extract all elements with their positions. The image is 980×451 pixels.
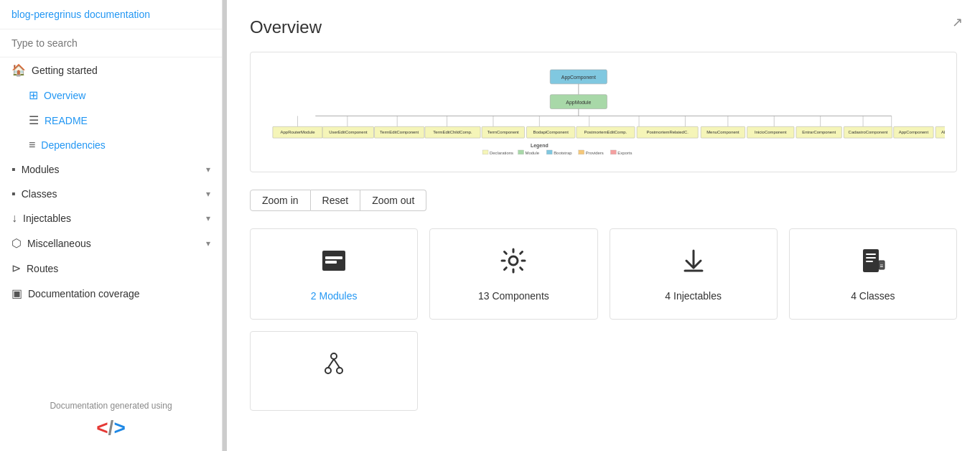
sidebar-item-getting-started[interactable]: 🏠 Getting started — [0, 57, 222, 83]
svg-text:AppComponent: AppComponent — [561, 75, 596, 80]
svg-rect-61 — [325, 256, 342, 259]
svg-text:BodapiComponent: BodapiComponent — [533, 130, 569, 134]
svg-text:Declarations: Declarations — [490, 151, 513, 155]
sidebar: blog-peregrinus documentation 🏠 Getting … — [0, 0, 223, 451]
svg-text:AppModule: AppModule — [566, 100, 591, 106]
svg-rect-67 — [866, 257, 876, 259]
diagram-svg: AppComponent AppModule — [262, 64, 945, 157]
classes-label: 4 Classes — [851, 290, 895, 302]
svg-point-71 — [325, 368, 331, 373]
components-label: 13 Components — [478, 290, 549, 302]
zoom-in-button[interactable]: Zoom in — [250, 190, 311, 211]
svg-text:PostmortemEditComp.: PostmortemEditComp. — [584, 130, 627, 134]
routes-icon — [319, 349, 348, 384]
modules-link[interactable]: 2 Modules — [311, 290, 358, 302]
svg-text:PostmortemRelatedC.: PostmortemRelatedC. — [646, 130, 689, 134]
svg-text:AlternarComponent: AlternarComponent — [941, 130, 945, 134]
injectables-label: 4 Injectables — [665, 290, 722, 302]
zoom-out-button[interactable]: Zoom out — [360, 190, 426, 211]
chevron-down-icon: ▾ — [206, 164, 210, 175]
routes-card[interactable] — [250, 331, 418, 411]
svg-point-63 — [509, 256, 518, 265]
svg-rect-52 — [518, 150, 524, 154]
reset-button[interactable]: Reset — [311, 190, 361, 211]
zoom-controls: Zoom in Reset Zoom out — [250, 190, 957, 211]
sidebar-item-routes[interactable]: ⊳ Routes — [0, 256, 222, 281]
modules-icon: ▪ — [11, 163, 16, 176]
svg-text:TermEditComponent: TermEditComponent — [380, 130, 419, 134]
search-box[interactable] — [0, 29, 222, 57]
misc-icon: ⬡ — [11, 236, 22, 250]
svg-text:MenuComponent: MenuComponent — [706, 130, 739, 134]
home-icon: 🏠 — [11, 63, 26, 77]
svg-text:Providers: Providers — [586, 151, 604, 155]
svg-text:CadastroComponent: CadastroComponent — [849, 130, 888, 134]
download-icon — [679, 246, 708, 282]
sidebar-footer: Documentation generated using < / > — [0, 389, 222, 451]
svg-rect-58 — [610, 150, 616, 154]
sidebar-item-classes[interactable]: ▪ Classes ▾ — [0, 182, 222, 206]
readme-icon: ☰ — [29, 113, 39, 127]
sidebar-item-miscellaneous[interactable]: ⬡ Miscellaneous ▾ — [0, 231, 222, 256]
cards-grid2 — [250, 331, 957, 411]
components-card[interactable]: 13 Components — [429, 228, 597, 320]
injectables-icon: ↓ — [11, 212, 17, 225]
list-icon: ≡ — [29, 139, 35, 152]
svg-text:Legend: Legend — [531, 143, 549, 149]
svg-text:UserEditComponent: UserEditComponent — [329, 130, 368, 134]
svg-rect-50 — [482, 150, 488, 154]
svg-text:EntrarComponent: EntrarComponent — [802, 130, 836, 134]
expand-icon[interactable]: ↗ — [952, 14, 963, 30]
main-content: Overview ↗ AppComponent AppModule — [227, 0, 980, 451]
cards-grid: 2 Modules 13 Components 4 Injectables — [250, 228, 957, 320]
modules-label: 2 Modules — [311, 290, 358, 302]
svg-line-74 — [328, 359, 334, 368]
coverage-icon: ▣ — [11, 287, 22, 300]
svg-text:TermComponent: TermComponent — [487, 130, 519, 134]
svg-rect-66 — [866, 254, 876, 255]
svg-text:InicioComponent: InicioComponent — [755, 130, 787, 134]
classes-card[interactable]: ≡ 4 Classes — [789, 228, 957, 320]
routes-icon: ⊳ — [11, 261, 21, 275]
search-input[interactable] — [11, 37, 210, 49]
svg-line-75 — [334, 359, 340, 368]
injectables-card[interactable]: 4 Injectables — [610, 228, 778, 320]
sidebar-item-doc-coverage[interactable]: ▣ Documentation coverage — [0, 281, 222, 306]
chevron-down-icon: ▾ — [206, 213, 210, 223]
sidebar-title[interactable]: blog-peregrinus documentation — [0, 0, 222, 29]
svg-rect-54 — [546, 150, 552, 154]
modules-icon — [319, 246, 348, 282]
sidebar-item-readme[interactable]: ☰ README — [0, 108, 222, 133]
sidebar-item-dependencies[interactable]: ≡ Dependencies — [0, 133, 222, 157]
sidebar-item-modules[interactable]: ▪ Modules ▾ — [0, 157, 222, 182]
diagram-container: AppComponent AppModule — [250, 52, 957, 172]
gear-icon — [499, 246, 528, 282]
svg-text:Module: Module — [526, 151, 540, 155]
svg-text:TermEditChildComp.: TermEditChildComp. — [433, 130, 472, 134]
svg-rect-68 — [866, 261, 873, 262]
chevron-down-icon: ▾ — [206, 189, 210, 199]
grid-icon: ⊞ — [29, 88, 38, 102]
sidebar-item-injectables[interactable]: ↓ Injectables ▾ — [0, 206, 222, 231]
svg-text:AppComponent: AppComponent — [899, 130, 929, 134]
chevron-down-icon: ▾ — [206, 238, 210, 248]
document-icon: ≡ — [859, 246, 887, 282]
compodoc-logo: < / > — [11, 417, 210, 440]
page-title: Overview — [250, 17, 957, 37]
svg-rect-56 — [579, 150, 584, 154]
svg-text:Exports: Exports — [617, 151, 632, 155]
sidebar-item-overview[interactable]: ⊞ Overview — [0, 83, 222, 108]
svg-text:AppRouterModule: AppRouterModule — [281, 130, 316, 134]
classes-icon: ▪ — [11, 187, 16, 200]
modules-card[interactable]: 2 Modules — [250, 228, 418, 320]
svg-point-73 — [331, 353, 337, 359]
svg-text:Bootstrap: Bootstrap — [554, 151, 572, 155]
svg-text:≡: ≡ — [880, 263, 884, 269]
svg-point-72 — [337, 368, 342, 373]
svg-rect-62 — [325, 261, 337, 264]
